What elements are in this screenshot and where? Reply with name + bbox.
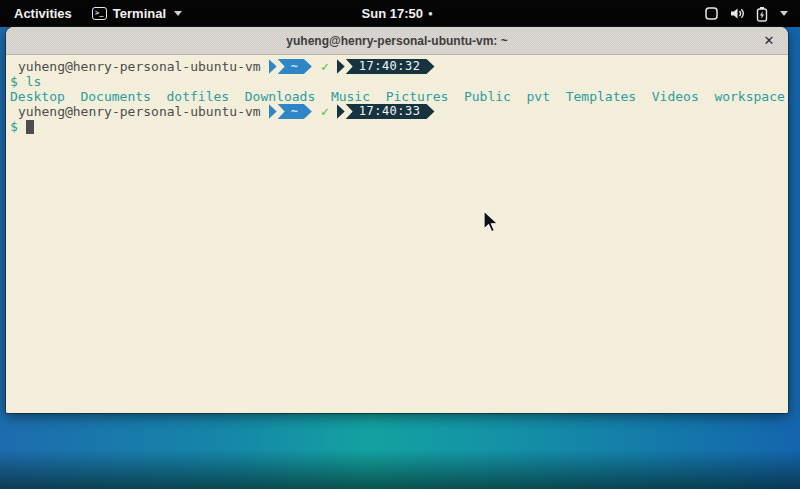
- powerline-separator-icon: [337, 104, 345, 119]
- battery-charging-icon: [756, 6, 768, 22]
- typed-command: ls: [26, 74, 42, 89]
- terminal-cursor: [26, 120, 34, 134]
- volume-icon: [729, 6, 746, 21]
- directory-name: Public: [464, 89, 511, 104]
- directory-name: Pictures: [386, 89, 449, 104]
- prompt-time-segment: 17:40:32: [346, 59, 435, 74]
- clock-button[interactable]: Sun 17:50 ●: [362, 0, 433, 27]
- directory-name: Documents: [80, 89, 150, 104]
- terminal-window: yuheng@henry-personal-ubuntu-vm: ~ ✕ yuh…: [6, 27, 788, 413]
- directory-name: dotfiles: [167, 89, 230, 104]
- exit-status-check-icon: ✓: [321, 104, 329, 119]
- prompt-time-segment: 17:40:33: [346, 104, 435, 119]
- notification-dot-icon: ●: [428, 10, 433, 18]
- prompt-line-2: yuheng@henry-personal-ubuntu-vm ~ ✓ 17:4…: [10, 104, 784, 119]
- prompt-symbol: $: [10, 119, 18, 134]
- chevron-down-icon: [780, 11, 788, 16]
- powerline-separator-icon: [269, 59, 277, 74]
- powerline-separator-icon: [269, 104, 277, 119]
- terminal-app-icon: >_: [92, 7, 107, 20]
- chevron-down-icon: [174, 11, 182, 16]
- directory-name: pvt: [527, 89, 550, 104]
- prompt-user: yuheng@henry-personal-ubuntu-vm: [18, 59, 261, 74]
- directory-name: Desktop: [10, 89, 65, 104]
- app-menu-label: Terminal: [113, 6, 166, 21]
- directory-name: Music: [331, 89, 370, 104]
- prompt-cwd-segment: ~: [278, 104, 312, 119]
- directory-name: Videos: [652, 89, 699, 104]
- powerline-separator-icon: [337, 59, 345, 74]
- prompt-line-1: yuheng@henry-personal-ubuntu-vm ~ ✓ 17:4…: [10, 59, 784, 74]
- directory-name: workspace: [714, 89, 784, 104]
- window-title: yuheng@henry-personal-ubuntu-vm: ~: [286, 34, 507, 48]
- directory-name: Templates: [566, 89, 636, 104]
- command-line: $ ls: [10, 74, 784, 89]
- terminal-screen[interactable]: yuheng@henry-personal-ubuntu-vm ~ ✓ 17:4…: [6, 55, 788, 413]
- prompt-cwd-segment: ~: [278, 59, 312, 74]
- prompt-symbol: $: [10, 74, 18, 89]
- app-menu-terminal[interactable]: >_ Terminal: [92, 6, 182, 21]
- clock-label: Sun 17:50: [362, 6, 423, 21]
- top-bar: Activities >_ Terminal Sun 17:50 ●: [0, 0, 800, 27]
- window-titlebar[interactable]: yuheng@henry-personal-ubuntu-vm: ~ ✕: [6, 27, 788, 55]
- input-line: $: [10, 119, 784, 134]
- ls-output: DesktopDocumentsdotfilesDownloadsMusicPi…: [10, 89, 784, 104]
- close-button[interactable]: ✕: [760, 32, 778, 50]
- exit-status-check-icon: ✓: [321, 59, 329, 74]
- prompt-user: yuheng@henry-personal-ubuntu-vm: [18, 104, 261, 119]
- activities-button[interactable]: Activities: [10, 4, 76, 23]
- system-status-menu[interactable]: [704, 0, 792, 27]
- screen-icon: [704, 6, 719, 21]
- directory-name: Downloads: [245, 89, 315, 104]
